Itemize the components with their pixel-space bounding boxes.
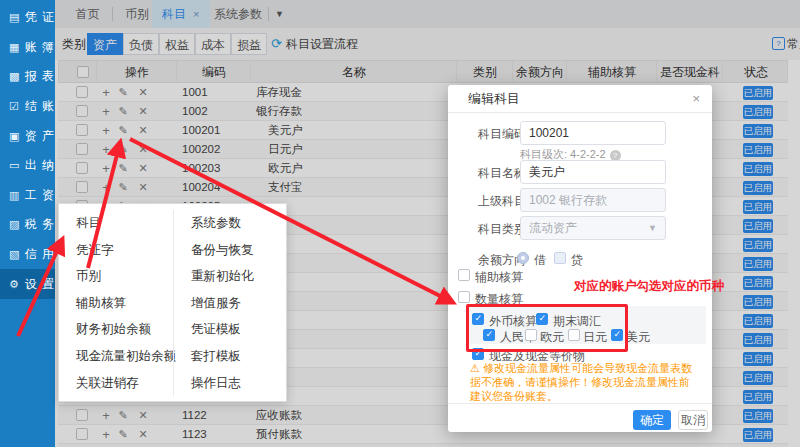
menu-item-cashflow-initial-balance[interactable]: 现金流量初始余额: [59, 343, 172, 370]
parent-label: 上级科目: [478, 193, 526, 210]
sidebar-item-label: 资 产: [25, 128, 55, 145]
sidebar-item-label: 税 务: [25, 216, 55, 233]
tax-icon: ▨: [9, 218, 20, 231]
sidebar-item-label: 工 资: [25, 187, 55, 204]
dialog-header: 编辑科目 ×: [448, 85, 712, 113]
cancel-button[interactable]: 取消: [678, 410, 708, 430]
chevron-down-icon: ▼: [648, 217, 657, 239]
settings-popup-menu: 科目 凭证字 币别 辅助核算 财务初始余额 现金流量初始余额 关联进销存 系统参…: [58, 203, 287, 402]
close-icon[interactable]: ×: [692, 85, 700, 113]
sidebar-item-ledger[interactable]: ▦账 簿: [0, 33, 55, 63]
credit-checkbox[interactable]: [554, 252, 566, 264]
menu-item-reinitialize[interactable]: 重新初始化: [174, 263, 287, 290]
sidebar-item-asset[interactable]: ▣资 产: [0, 121, 55, 151]
eur-checkbox[interactable]: [525, 329, 537, 341]
gear-icon: ⚙: [9, 278, 20, 291]
menu-item-subjects[interactable]: 科目: [59, 210, 172, 237]
debit-radio[interactable]: [517, 252, 529, 264]
credit-icon: ▧: [9, 248, 20, 261]
menu-item-link-inventory[interactable]: 关联进销存: [59, 370, 172, 397]
category-select: 流动资产▼: [520, 216, 666, 240]
sidebar-item-label: 账 簿: [25, 39, 55, 56]
edit-subject-dialog: 编辑科目 × 科目编码 100201 科目级次: 4-2-2-2? 科目名称 美…: [448, 85, 712, 432]
menu-item-aux-accounting[interactable]: 辅助核算: [59, 290, 172, 317]
revaluation-label: 期末调汇: [553, 313, 601, 330]
level-hint-text: 科目级次: 4-2-2-2: [520, 148, 606, 160]
cashflow-warning: ⚠ 修改现金流量属性可能会导致现金流量表数据不准确，请谨慎操作！修改现金流量属性…: [470, 361, 694, 403]
sidebar-item-cashier[interactable]: ▭出 纳: [0, 151, 55, 181]
cashier-icon: ▭: [9, 159, 20, 172]
sidebar-item-label: 出 纳: [25, 157, 55, 174]
parent-input: 1002 银行存款: [520, 188, 666, 212]
usd-label: 美元: [626, 329, 650, 346]
quantity-accounting-checkbox[interactable]: [458, 291, 470, 303]
code-label: 科目编码: [478, 126, 526, 143]
report-icon: ▩: [9, 70, 20, 83]
sidebar: ▤凭 证 ▦账 簿 ▩报 表 ☑结 账 ▣资 产 ▭出 纳 ▥工 资 ▨税 务 …: [0, 0, 55, 447]
menu-item-backup-restore[interactable]: 备份与恢复: [174, 237, 287, 264]
payroll-icon: ▥: [9, 189, 20, 202]
foreign-currency-checkbox[interactable]: [472, 313, 484, 325]
dialog-title: 编辑科目: [468, 85, 520, 113]
sidebar-item-label: 结 账: [25, 98, 55, 115]
menu-item-initial-balance[interactable]: 财务初始余额: [59, 316, 172, 343]
warning-icon: ⚠: [470, 362, 480, 374]
menu-item-system-params[interactable]: 系统参数: [174, 210, 287, 237]
credit-label: 贷: [571, 252, 583, 269]
sidebar-item-voucher[interactable]: ▤凭 证: [0, 3, 55, 33]
menu-item-operation-log[interactable]: 操作日志: [174, 370, 287, 397]
app-window: { "sidebar": { "items": [ {"label": "凭 证…: [0, 0, 800, 447]
sidebar-item-tax[interactable]: ▨税 务: [0, 210, 55, 240]
name-input[interactable]: 美元户: [520, 160, 666, 184]
name-label: 科目名称: [478, 165, 526, 182]
menu-item-print-template[interactable]: 套打模板: [174, 343, 287, 370]
cny-checkbox[interactable]: [483, 329, 495, 341]
sidebar-item-label: 设 置: [25, 276, 55, 293]
category-value: 流动资产: [529, 221, 577, 235]
annotation-note: 对应的账户勾选对应的币种: [574, 278, 724, 295]
sidebar-item-label: 报 表: [25, 68, 55, 85]
debit-label: 借: [534, 252, 546, 269]
eur-label: 欧元: [540, 329, 564, 346]
confirm-button[interactable]: 确定: [633, 410, 671, 430]
sidebar-item-settings[interactable]: ⚙设 置: [0, 269, 55, 299]
voucher-icon: ▤: [9, 11, 20, 24]
warning-text: 修改现金流量属性可能会导致现金流量表数据不准确，请谨慎操作！修改现金流量属性前建…: [470, 362, 692, 402]
menu-item-currency[interactable]: 币别: [59, 263, 172, 290]
asset-icon: ▣: [9, 130, 20, 143]
question-icon[interactable]: ?: [610, 150, 621, 161]
popup-right-column: 系统参数 备份与恢复 重新初始化 增值服务 凭证模板 套打模板 操作日志: [173, 210, 287, 396]
sidebar-item-closing[interactable]: ☑结 账: [0, 92, 55, 122]
sidebar-item-label: 信 用: [25, 246, 55, 263]
menu-item-voucher-template[interactable]: 凭证模板: [174, 316, 287, 343]
sidebar-item-payroll[interactable]: ▥工 资: [0, 181, 55, 211]
aux-accounting-label: 辅助核算: [475, 269, 523, 286]
dialog-footer: 确定 取消: [448, 403, 712, 432]
ledger-icon: ▦: [9, 41, 20, 54]
jpy-label: 日元: [583, 329, 607, 346]
foreign-currency-label: 外币核算: [489, 313, 537, 330]
sidebar-item-report[interactable]: ▩报 表: [0, 62, 55, 92]
menu-item-value-added-services[interactable]: 增值服务: [174, 290, 287, 317]
closing-icon: ☑: [9, 100, 20, 113]
popup-left-column: 科目 凭证字 币别 辅助核算 财务初始余额 现金流量初始余额 关联进销存: [59, 210, 172, 396]
jpy-checkbox[interactable]: [568, 329, 580, 341]
sidebar-item-credit[interactable]: ▧信 用: [0, 240, 55, 270]
aux-accounting-checkbox[interactable]: [458, 269, 470, 281]
cash-equivalents-checkbox[interactable]: [472, 348, 484, 360]
sidebar-item-label: 凭 证: [25, 9, 55, 26]
category-label: 科目类别: [478, 221, 526, 238]
code-input[interactable]: 100201: [520, 121, 666, 145]
usd-checkbox[interactable]: [611, 329, 623, 341]
menu-item-voucher-word[interactable]: 凭证字: [59, 237, 172, 264]
revaluation-checkbox[interactable]: [536, 313, 548, 325]
